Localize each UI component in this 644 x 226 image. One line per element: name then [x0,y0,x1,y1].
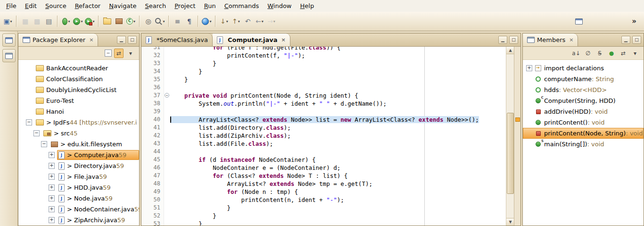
tree-item[interactable]: +J> Node.java 59 [18,193,139,204]
scroll-down-icon[interactable]: ▼ [506,218,514,226]
code-line[interactable]: 33 } [141,59,506,67]
tree-item[interactable]: +J> Directory.java 59 [18,160,139,171]
code-line[interactable]: 44 [141,148,506,156]
tree-item[interactable]: Euro-Test [18,95,139,106]
code-line[interactable]: 41 list.add(Directory.class); [141,124,506,132]
tree-item[interactable]: −> edu.kit.filesystem [18,139,139,150]
menu-edit[interactable]: Edit [21,1,41,11]
code-line[interactable]: 52 } [141,212,506,220]
debug-icon[interactable]: ▾ [60,16,72,27]
new-class-icon[interactable]: C▾ [125,16,137,27]
scroll-up-icon[interactable]: ▲ [506,47,514,54]
search-icon[interactable]: ▾ [154,16,166,27]
code-line[interactable]: 45 if (d instanceof NodeContainer) { [141,156,506,164]
expand-toggle-icon[interactable]: + [49,184,55,191]
new-wizard-icon[interactable]: ▣▾ [2,16,14,27]
menu-project[interactable]: Project [170,1,200,11]
code-line[interactable]: 51 } [141,204,506,212]
new-package-icon[interactable] [113,16,125,27]
members-tab[interactable]: Members × [523,33,578,46]
restore-view-button[interactable] [2,33,16,47]
menu-help[interactable]: Help [296,1,319,11]
member-item[interactable]: hdds : Vector<HDD> [523,84,644,95]
hide-non-public-members-icon[interactable]: ● [607,49,616,58]
tree-item[interactable]: +J> ZipArchiv.java 59 [18,215,139,226]
hide-static-members-icon[interactable]: S [595,49,604,58]
code-line[interactable]: 32 printContent(f, "|-"); [141,51,506,59]
close-view-icon[interactable]: × [89,37,93,43]
minimized-view-button[interactable] [2,49,16,62]
member-item[interactable]: CComputer(String, HDD) [523,95,644,106]
fold-collapse-icon[interactable]: − [165,93,169,98]
tree-item[interactable]: BankAccountReader [18,63,139,74]
hide-fields-icon[interactable]: ∅ [583,49,593,58]
menu-source[interactable]: Source [41,1,71,11]
code-line[interactable]: 37− private void printContent(Node d, St… [141,92,506,100]
maximize-icon[interactable]: □ [128,36,137,44]
link-with-editor-icon[interactable]: ⇄ [114,49,124,58]
code-line[interactable]: 50 printContent(n, ident + "-"); [141,196,506,204]
tree-item[interactable]: +J> Computer.java 59 [18,150,139,160]
collapse-toggle-icon[interactable]: − [26,119,32,126]
view-menu-icon[interactable]: ▾ [126,49,135,58]
member-item[interactable]: computerName : String [523,74,644,84]
show-whitespace-icon[interactable]: ≡ [172,16,183,27]
code-line[interactable]: 46 NodeContainer e = (NodeContainer) d; [141,164,506,172]
package-explorer-tab[interactable]: Package Explorer × [18,33,98,46]
new-java-project-icon[interactable] [101,16,113,27]
close-view-icon[interactable]: × [569,37,573,43]
toolbar-overflow-chevron[interactable]: » [630,16,638,26]
menu-refactor[interactable]: Refactor [71,1,105,11]
code-line[interactable]: 48 ArrayList<? extends Node> tmp = e.get… [141,180,506,188]
next-annotation-icon[interactable]: ↓▾ [218,16,230,27]
member-item[interactable]: Smain(String[]) : void [523,139,644,150]
member-item[interactable]: +import declarations [523,63,644,74]
code-line[interactable]: 35 } [141,75,506,84]
member-item[interactable]: addDrive(HDD) : void [523,106,644,117]
selected-line-marker[interactable] [515,117,520,122]
member-item[interactable]: printContent() : void [523,117,644,128]
sort-members-icon[interactable]: a↓ [571,49,581,58]
code-line[interactable]: 42 list.add(ZipArchiv.class); [141,132,506,140]
expand-toggle-icon[interactable]: + [49,163,55,169]
member-item[interactable]: printContent(Node, String) : void [523,128,644,139]
collapse-toggle-icon[interactable]: − [33,130,40,136]
code-line[interactable]: 49 for (Node n : tmp) { [141,188,506,196]
collapse-toggle-icon[interactable]: − [41,141,47,147]
code-line[interactable]: 38 System.out.println("|-" + ident + " "… [141,100,506,108]
tree-item[interactable]: +J> File.java 59 [18,171,139,182]
view-menu-icon[interactable]: ▾ [630,49,640,58]
expand-toggle-icon[interactable]: + [49,174,55,180]
minimize-icon[interactable]: ▁ [498,36,507,44]
code-lines[interactable]: 31 for (File f : hdd.get(File.class)) {3… [141,47,506,226]
tree-item[interactable]: ColorClassification [18,74,139,84]
tree-item[interactable]: DoublyLinkedCyclicList [18,84,139,95]
expand-toggle-icon[interactable]: + [49,217,55,223]
tree-item[interactable]: +J> HDD.java 59 [18,182,139,193]
maximize-icon[interactable]: □ [632,36,641,44]
menu-search[interactable]: Search [141,1,171,11]
menu-window[interactable]: Window [263,1,296,11]
code-line[interactable]: 39 [141,108,506,116]
web-browser-icon[interactable]: ▾ [201,16,213,27]
tree-item[interactable]: −> src 45 [18,128,139,139]
code-line[interactable]: 34 } [141,67,506,75]
tree-item[interactable]: +J> NodeContainer.java 59 [18,204,139,215]
menu-navigate[interactable]: Navigate [105,1,140,11]
minimize-icon[interactable]: ▁ [117,36,126,44]
run-icon[interactable]: ▶▾ [72,16,84,27]
back-icon[interactable]: ←▾ [254,16,265,27]
scrollbar-thumb[interactable] [507,113,514,194]
tree-item[interactable]: Hanoi [18,106,139,117]
code-line[interactable]: 53 } [141,220,506,226]
open-type-icon[interactable]: ◎ [142,16,154,27]
previous-annotation-icon[interactable]: ↑▾ [230,16,242,27]
show-paragraph-marks-icon[interactable]: ¶ [183,16,195,27]
expand-toggle-icon[interactable]: + [49,195,55,201]
code-line[interactable]: 43 list.add(File.class); [141,140,506,148]
maximize-icon[interactable]: □ [509,36,518,44]
code-line[interactable]: 40 ArrayList<Class<? extends Node>> list… [141,116,506,124]
minimize-icon[interactable]: ▁ [621,36,630,44]
last-edit-location-icon[interactable]: ↶ [242,16,254,27]
menu-run[interactable]: Run [200,1,220,11]
